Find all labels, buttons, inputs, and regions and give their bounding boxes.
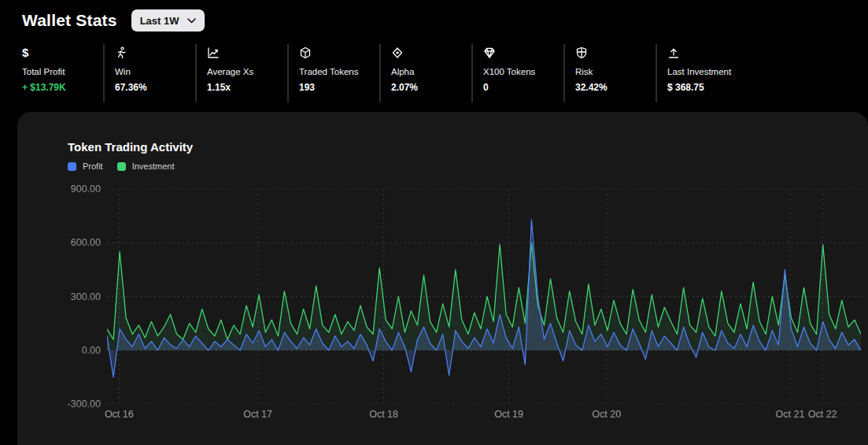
gem-icon (483, 46, 496, 60)
x-tick-label: Oct 19 (494, 409, 523, 420)
stat-x100-tokens: X100 Tokens 0 (472, 44, 564, 102)
stat-total-profit: $ Total Profit + $13.79K (22, 44, 104, 102)
stat-label: Win (115, 67, 131, 76)
stat-alpha: Alpha 2.07% (380, 44, 472, 102)
x-tick-label: Oct 20 (592, 409, 621, 420)
y-tick-label: 900.00 (71, 184, 101, 195)
x-tick-label: Oct 21 (776, 409, 805, 420)
stat-win: Win 67.36% (104, 44, 196, 102)
stat-value: 32.42% (575, 82, 608, 93)
legend-item-investment[interactable]: Investment (117, 161, 175, 171)
page-title: Wallet Stats (22, 11, 117, 30)
diamond-icon (391, 46, 404, 60)
wallet-stats-page: Wallet Stats Last 1W $ Total Profit + $1… (0, 0, 868, 445)
time-range-value: Last 1W (140, 15, 179, 27)
chart-title: Token Trading Activity (68, 140, 193, 154)
y-tick-label: 300.00 (71, 291, 101, 302)
legend-label: Profit (83, 161, 103, 171)
stat-traded-tokens: Traded Tokens 193 (288, 44, 380, 102)
stat-label: Total Profit (22, 67, 65, 76)
y-tick-label: 600.00 (71, 237, 101, 248)
chart-plot-area[interactable] (107, 189, 861, 404)
stat-value: 0 (483, 82, 489, 93)
chart-legend: Profit Investment (68, 161, 175, 171)
x-tick-label: Oct 17 (243, 409, 272, 420)
time-range-dropdown[interactable]: Last 1W (131, 9, 205, 32)
dollar-icon: $ (22, 46, 28, 60)
stat-label: Average Xs (207, 67, 253, 76)
legend-item-profit[interactable]: Profit (68, 161, 103, 171)
stat-value: 2.07% (391, 82, 418, 93)
shield-icon (575, 46, 588, 60)
y-tick-label: 0.00 (82, 345, 101, 356)
profit-swatch-icon (68, 162, 76, 171)
y-tick-label: -300.00 (68, 399, 101, 410)
y-axis: 900.00600.00300.000.00-300.00 (17, 189, 101, 404)
stat-last-investment: Last Investment $ 368.75 (656, 44, 748, 102)
x-axis: Oct 16Oct 17Oct 18Oct 19Oct 20Oct 21Oct … (107, 409, 861, 423)
stat-value: 1.15x (207, 82, 231, 93)
stats-row: $ Total Profit + $13.79K Win 67.36% Aver… (22, 44, 748, 102)
investment-swatch-icon (117, 162, 126, 171)
cube-icon (299, 46, 312, 60)
x-tick-label: Oct 22 (808, 409, 837, 420)
x-tick-label: Oct 16 (105, 409, 134, 420)
stat-label: Alpha (391, 67, 414, 76)
stat-label: Risk (575, 67, 593, 76)
stat-value: + $13.79K (22, 82, 66, 93)
legend-label: Investment (132, 161, 175, 171)
chart-card: Token Trading Activity Profit Investment… (17, 112, 868, 445)
x-tick-label: Oct 18 (369, 409, 398, 420)
chevron-down-icon (187, 18, 196, 24)
stat-value: 67.36% (115, 82, 147, 93)
stat-label: Last Investment (667, 67, 731, 76)
stat-average-xs: Average Xs 1.15x (196, 44, 288, 102)
stat-value: 193 (299, 82, 315, 93)
stat-value: $ 368.75 (667, 82, 704, 93)
chart-growth-icon (207, 46, 220, 60)
stat-risk: Risk 32.42% (564, 44, 656, 102)
stat-label: X100 Tokens (483, 67, 535, 76)
arrow-up-icon (667, 46, 680, 60)
trading-activity-chart (107, 189, 861, 404)
runner-icon (115, 46, 127, 60)
header: Wallet Stats Last 1W (22, 9, 205, 32)
stat-label: Traded Tokens (299, 67, 358, 76)
